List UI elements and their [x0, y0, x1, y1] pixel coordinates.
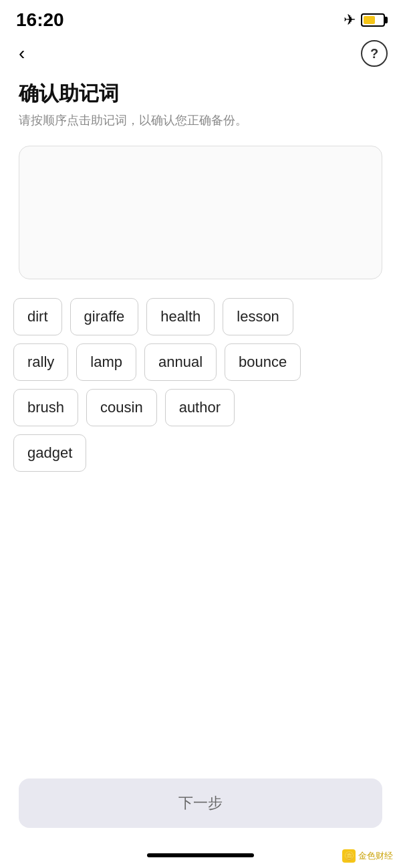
battery-icon	[361, 13, 385, 27]
nav-bar: ‹ ?	[0, 37, 401, 75]
word-chip-health[interactable]: health	[146, 298, 215, 335]
back-button[interactable]: ‹	[13, 41, 30, 65]
airplane-icon: ✈	[344, 11, 356, 29]
next-button-container: 下一步	[19, 778, 382, 828]
word-chip-brush[interactable]: brush	[13, 389, 78, 426]
watermark-text: 金色财经	[358, 850, 393, 862]
word-chips-row-0: dirtgiraffehealthlesson	[13, 298, 388, 335]
word-chip-author[interactable]: author	[165, 389, 235, 426]
word-chip-rally[interactable]: rally	[13, 343, 68, 381]
watermark-icon: 🪙	[342, 849, 356, 863]
word-chip-bounce[interactable]: bounce	[225, 343, 301, 381]
phrase-display-box	[19, 146, 382, 279]
word-chips-container: dirtgiraffehealthlessonrallylampannualbo…	[0, 293, 401, 485]
word-chips-row-3: gadget	[13, 434, 388, 472]
word-chips-row-1: rallylampannualbounce	[13, 343, 388, 381]
page-title: 确认助记词	[19, 80, 382, 108]
word-chip-annual[interactable]: annual	[144, 343, 217, 381]
word-chip-cousin[interactable]: cousin	[86, 389, 157, 426]
battery-fill	[364, 16, 375, 24]
page-subtitle: 请按顺序点击助记词，以确认您正确备份。	[19, 112, 382, 130]
status-icons: ✈	[344, 11, 385, 29]
word-chip-lesson[interactable]: lesson	[223, 298, 293, 335]
next-step-button[interactable]: 下一步	[19, 778, 382, 828]
help-button[interactable]: ?	[361, 40, 388, 67]
word-chips-row-2: brushcousinauthor	[13, 389, 388, 426]
page-header: 确认助记词 请按顺序点击助记词，以确认您正确备份。	[0, 75, 401, 140]
word-chip-dirt[interactable]: dirt	[13, 298, 62, 335]
status-bar: 16:20 ✈	[0, 0, 401, 37]
word-chip-giraffe[interactable]: giraffe	[70, 298, 139, 335]
home-bar	[147, 853, 254, 857]
status-time: 16:20	[16, 9, 64, 31]
watermark: 🪙 金色财经	[342, 849, 393, 863]
word-chip-lamp[interactable]: lamp	[76, 343, 136, 381]
word-chip-gadget[interactable]: gadget	[13, 434, 86, 472]
